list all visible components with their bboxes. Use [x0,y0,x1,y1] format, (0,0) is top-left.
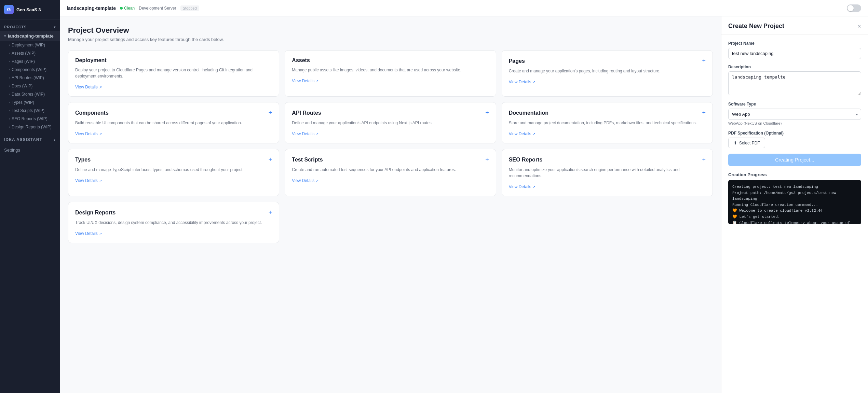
card-desc: Deploy your project to Cloudflare Pages … [75,67,272,79]
add-components-button[interactable]: + [269,109,272,116]
software-type-field: Software Type Web App ▾ WebApp (NextJS o… [728,102,861,125]
project-name-field: Project Name [728,41,861,59]
card-header: Deployment [75,57,272,64]
pdf-field: PDF Specification (Optional) ⬆ Select PD… [728,131,861,148]
external-link-icon: ↗ [532,132,535,136]
view-details-link[interactable]: View Details ↗ [509,184,535,189]
view-details-link[interactable]: View Details ↗ [509,80,535,84]
project-expand-icon: ▾ [4,34,6,38]
view-details-link[interactable]: View Details ↗ [75,85,102,89]
sidebar-item-components[interactable]: › Components (WIP) [0,66,60,74]
card-desc: Define and manage your application's API… [292,120,489,126]
add-test-scripts-button[interactable]: + [485,156,489,163]
project-name-label: Project Name [728,41,861,46]
view-details-link[interactable]: View Details ↗ [292,79,318,83]
projects-chevron-icon: ▾ [54,25,56,29]
external-link-icon: ↗ [99,132,102,136]
card-header: Documentation + [509,109,706,116]
view-details-link[interactable]: View Details ↗ [292,131,318,136]
card-title: Types [75,157,91,163]
add-api-routes-button[interactable]: + [485,109,489,116]
sidebar-item-api-routes[interactable]: › API Routes (WIP) [0,74,60,82]
card-design-reports: Design Reports + Track UI/UX decisions, … [68,202,279,243]
sub-item-chevron-icon: › [9,84,10,88]
description-input[interactable]: landscaping tempalte [728,71,861,95]
card-title: API Routes [292,110,321,116]
sidebar-settings-item[interactable]: Settings [0,145,60,155]
sidebar-item-types[interactable]: › Types (WIP) [0,98,60,107]
external-link-icon: ↗ [316,79,318,83]
sidebar-item-design-reports[interactable]: › Design Reports (WIP) [0,123,60,131]
clean-badge: Clean [120,6,135,11]
creation-progress-title: Creation Progress [728,172,861,177]
card-header: API Routes + [292,109,489,116]
add-types-button[interactable]: + [269,156,272,163]
card-header: Design Reports + [75,209,272,216]
add-pages-button[interactable]: + [702,57,706,65]
sidebar-item-data-stores[interactable]: › Data Stores (WIP) [0,90,60,98]
card-seo-reports: SEO Reports + Monitor and optimize your … [502,149,713,196]
sidebar-item-docs[interactable]: › Docs (WIP) [0,82,60,90]
project-item-landscaping[interactable]: ▾ landscaping-template [0,31,60,41]
select-pdf-button[interactable]: ⬆ Select PDF [728,138,765,148]
card-header: Test Scripts + [292,156,489,163]
card-desc: Define and manage TypeScript interfaces,… [75,167,272,173]
sidebar-item-test-scripts[interactable]: › Test Scripts (WIP) [0,107,60,115]
sub-item-chevron-icon: › [9,125,10,129]
card-title: Documentation [509,110,548,116]
dev-server-label: Development Server [139,6,176,11]
sidebar-header: G Gen SaaS 3 [0,0,60,19]
sidebar-item-assets[interactable]: › Assets (WIP) [0,49,60,57]
view-details-link[interactable]: View Details ↗ [292,178,318,183]
add-seo-reports-button[interactable]: + [702,156,706,163]
sub-item-chevron-icon: › [9,68,10,71]
sub-item-chevron-icon: › [9,109,10,112]
view-details-link[interactable]: View Details ↗ [75,231,102,236]
view-details-link[interactable]: View Details ↗ [509,131,535,136]
main-content: landscaping-template Clean Development S… [60,0,868,393]
card-assets: Assets Manage public assets like images,… [285,50,496,97]
create-panel: Create New Project × Project Name Descri… [721,16,868,393]
creation-progress-section: Creation Progress Creating project: test… [721,172,868,231]
card-desc: Store and manage project documentation, … [509,120,706,126]
close-button[interactable]: × [857,23,861,29]
creating-project-button[interactable]: Creating Project... [728,154,861,166]
sidebar-item-deployment[interactable]: › Deployment (WIP) [0,41,60,49]
card-desc: Track UI/UX decisions, design system com… [75,220,272,226]
cards-row-4: Design Reports + Track UI/UX decisions, … [68,202,713,243]
content-area: Project Overview Manage your project set… [60,16,868,393]
card-desc: Manage public assets like images, videos… [292,67,489,73]
card-header: Assets [292,57,489,64]
view-details-link[interactable]: View Details ↗ [75,131,102,136]
add-design-reports-button[interactable]: + [269,209,272,216]
card-components: Components + Build reusable UI component… [68,102,279,143]
sidebar-item-seo-reports[interactable]: › SEO Reports (WIP) [0,115,60,123]
creation-terminal[interactable]: Creating project: test-new-landscaping P… [728,180,861,224]
view-details-link[interactable]: View Details ↗ [75,178,102,183]
topbar: landscaping-template Clean Development S… [60,0,868,16]
sub-item-chevron-icon: › [9,43,10,47]
sidebar-item-pages[interactable]: › Pages (WIP) [0,57,60,66]
app-logo: G [4,5,14,14]
card-test-scripts: Test Scripts + Create and run automated … [285,149,496,196]
sub-item-chevron-icon: › [9,101,10,104]
stopped-badge: Stopped [180,5,199,11]
sub-item-chevron-icon: › [9,117,10,121]
terminal-line: Creating project: test-new-landscaping [732,184,857,190]
external-link-icon: ↗ [316,179,318,183]
external-link-icon: ↗ [532,185,535,189]
card-title: Deployment [75,57,107,64]
software-type-select[interactable]: Web App [728,109,861,120]
dev-server-toggle[interactable] [847,4,861,12]
card-header: SEO Reports + [509,156,706,163]
sidebar: G Gen SaaS 3 PROJECTS ▾ ▾ landscaping-te… [0,0,60,393]
project-name-input[interactable] [728,48,861,59]
idea-assistant-section[interactable]: IDEA ASSISTANT › [0,135,60,145]
panel-body: Project Name Description landscaping tem… [721,35,868,172]
topbar-project-name: landscaping-template [67,5,116,11]
card-title: Pages [509,58,525,64]
projects-section-header[interactable]: PROJECTS ▾ [0,23,60,31]
description-field: Description landscaping tempalte [728,65,861,96]
software-type-select-wrapper: Web App ▾ [728,109,861,120]
add-documentation-button[interactable]: + [702,109,706,116]
